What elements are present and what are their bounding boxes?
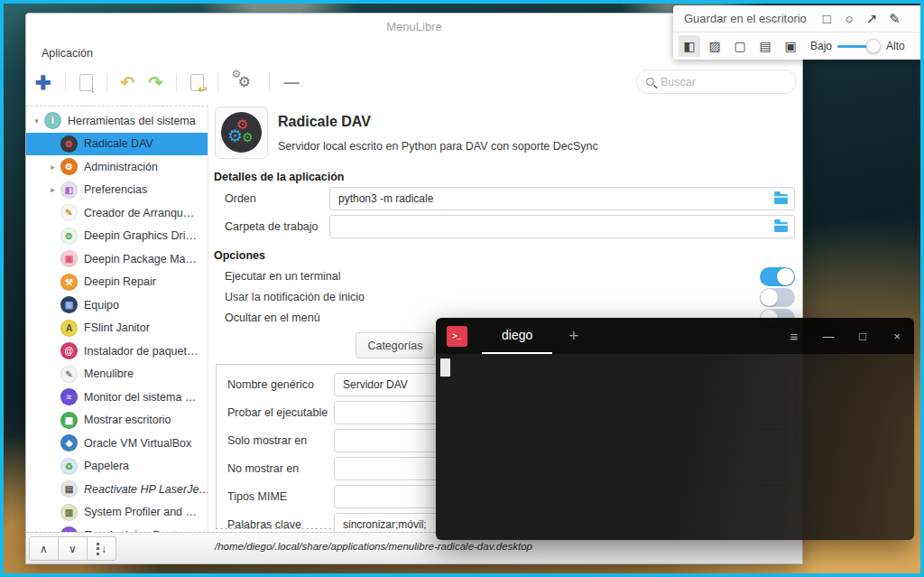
draw-tool-icon[interactable]: ✎ <box>883 11 906 27</box>
expander-icon[interactable]: ▸ <box>45 163 60 172</box>
screenshot-toolbar: Guardar en el escritorio □○↗✎ ◧▨▢▤▣ Bajo… <box>673 5 924 60</box>
desktop-wallpaper: MenuLibre Aplicación ✚ ↓ ↶ ↷ ↩ ⚙ ⚙ — Bus… <box>0 0 924 577</box>
toggle-switch[interactable] <box>760 267 795 286</box>
terminal-window: >_ diego + ≡ — □ × <box>436 318 914 540</box>
radicale-app-icon: ⚙ ⚙ ⚙ <box>221 112 262 153</box>
launcher-icon: i <box>44 112 61 129</box>
launcher-icon: ✎ <box>60 204 78 221</box>
undo-icon[interactable]: ↶ <box>121 74 135 91</box>
tree-item[interactable]: >_ Terminal de «Root» <box>26 524 208 532</box>
shot-option-icon[interactable]: ◧ <box>679 35 700 57</box>
tree-item[interactable]: ⚙ Radicale DAV <box>26 133 208 156</box>
toggle-knob <box>777 268 794 285</box>
move-up-button[interactable]: ∧ <box>29 536 59 561</box>
draw-tool-icon[interactable]: ○ <box>838 11 861 26</box>
folder-browse-icon[interactable] <box>774 194 788 204</box>
sort-button[interactable]: ↓ <box>97 543 106 555</box>
field-label: Probar el ejecutable <box>227 406 328 419</box>
tree-item-label: Menulibre <box>84 368 134 380</box>
terminal-maximize-button[interactable]: □ <box>845 330 880 343</box>
launcher-icon: ▣ <box>60 296 78 313</box>
tree-item[interactable]: ▤ Reactivate HP LaserJe… <box>26 478 208 501</box>
terminal-body[interactable] <box>436 354 914 540</box>
launcher-icon: ▣ <box>60 250 78 267</box>
tree-item[interactable]: ▥ System Profiler and … <box>26 501 208 525</box>
launcher-icon: ▦ <box>60 412 78 429</box>
terminal-close-button[interactable]: × <box>880 330 914 343</box>
redo-icon[interactable]: ↷ <box>149 74 163 91</box>
launcher-icon: ♻ <box>60 458 78 475</box>
terminal-menu-icon[interactable]: ≡ <box>777 329 811 344</box>
add-launcher-icon[interactable]: ✚ <box>35 73 51 92</box>
revert-launcher-icon[interactable]: ↩ <box>190 74 204 91</box>
detail-field-row: Orden <box>208 187 802 211</box>
field-label: Solo mostrar en <box>227 434 307 447</box>
toggle-knob <box>761 289 778 306</box>
tree-item[interactable]: ♻ Papelera <box>26 455 208 479</box>
tree-item[interactable]: ▣ Deepin Package Ma… <box>26 247 208 271</box>
shot-option-icon[interactable]: ▢ <box>729 35 751 57</box>
save-launcher-icon[interactable]: ↓ <box>79 74 93 91</box>
quality-low-label: Bajo <box>810 40 832 52</box>
folder-browse-icon[interactable] <box>774 222 788 232</box>
test-launcher-icon[interactable]: ⚙ ⚙ <box>232 71 255 93</box>
terminal-tab-diego[interactable]: diego <box>482 318 552 354</box>
tree-item-label: Preferencias <box>84 183 147 196</box>
shot-option-icon[interactable]: ▤ <box>754 35 776 57</box>
draw-tool-icon[interactable]: □ <box>816 11 838 26</box>
tree-item-label: Reactivate HP LaserJe… <box>84 483 208 496</box>
tree-item[interactable]: ✎ Menulibre <box>26 363 208 386</box>
field-input[interactable] <box>329 215 795 238</box>
save-destination-dropdown[interactable]: Guardar en el escritorio <box>673 12 816 25</box>
tree-item[interactable]: ▾ i Herramientas del sistema <box>26 109 208 133</box>
tree-item[interactable]: ◈ Oracle VM VirtualBox <box>26 432 208 455</box>
field-input[interactable] <box>329 187 795 210</box>
tree-item-label: Instalador de paquet… <box>84 345 198 358</box>
tree-item[interactable]: ⚒ Deepin Repair <box>26 271 208 294</box>
shot-option-icon[interactable]: ▨ <box>704 35 725 57</box>
toolbar-separator <box>217 73 218 91</box>
tree-item[interactable]: ⚙ Deepin Graphics Dri… <box>26 225 208 248</box>
tab-categorias[interactable]: Categorías <box>356 332 435 358</box>
terminal-app-icon: >_ <box>447 326 467 347</box>
tree-item[interactable]: A FSlint Janitor <box>26 317 208 340</box>
toolbar-separator <box>269 73 270 91</box>
tree-item[interactable]: ▸ ⚙ Administración <box>26 155 208 179</box>
tree-item[interactable]: ▣ Equipo <box>26 293 208 317</box>
tree-item-label: Deepin Package Ma… <box>84 253 197 265</box>
app-icon-button[interactable]: ⚙ ⚙ ⚙ <box>215 107 268 159</box>
tree-item[interactable]: @ Instalador de paquet… <box>26 340 208 363</box>
launcher-icon: ⚙ <box>60 158 78 175</box>
launcher-icon: ▥ <box>60 504 78 521</box>
search-input[interactable]: Buscar <box>636 70 797 94</box>
tree-item-label: Equipo <box>84 299 119 312</box>
tree-item[interactable]: ✎ Creador de Arranqu… <box>26 201 208 225</box>
launcher-icon: A <box>60 320 78 337</box>
toggle-row: Ejecutar en un terminal <box>208 266 802 287</box>
launcher-name[interactable]: Radicale DAV <box>278 114 371 130</box>
shot-option-icon[interactable]: ▣ <box>780 35 801 57</box>
toggle-label: Ocultar en el menú <box>225 312 320 324</box>
delete-launcher-icon[interactable]: — <box>283 75 299 90</box>
move-down-button[interactable]: ∨ <box>58 536 88 561</box>
tree-item-label: Administración <box>84 161 158 173</box>
desktop-file-path: /home/diego/.local/share/applications/me… <box>215 541 532 552</box>
expander-icon[interactable]: ▸ <box>45 185 60 194</box>
tree-item[interactable]: ▦ Mostrar escritorio <box>26 409 208 433</box>
quality-slider-knob[interactable] <box>866 39 881 53</box>
expander-icon[interactable]: ▾ <box>29 116 44 126</box>
tree-item-label: Herramientas del sistema <box>68 115 196 127</box>
tree-item[interactable]: ▸ ◧ Preferencias <box>26 179 208 202</box>
draw-tool-icon[interactable]: ↗ <box>861 11 883 27</box>
tree-item-label: Creador de Arranqu… <box>84 207 194 219</box>
launcher-description[interactable]: Servidor local escrito en Python para DA… <box>278 140 598 153</box>
terminal-minimize-button[interactable]: — <box>811 330 845 343</box>
quality-slider[interactable] <box>837 45 879 48</box>
tree-item[interactable]: ≈ Monitor del sistema … <box>26 386 208 409</box>
launcher-icon: ⚙ <box>60 228 78 245</box>
new-tab-button[interactable]: + <box>552 318 595 354</box>
toggle-label: Usar la notificación de inicio <box>225 291 365 303</box>
launcher-icon: ✎ <box>60 366 78 383</box>
menu-aplicacion[interactable]: Aplicación <box>42 47 93 60</box>
toggle-switch[interactable] <box>760 288 795 307</box>
